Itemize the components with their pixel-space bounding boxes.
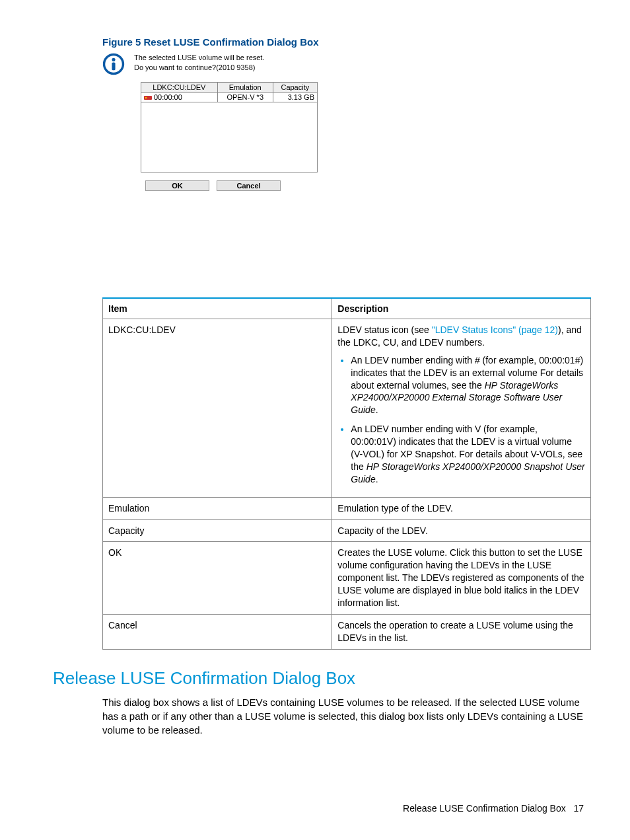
dialog-cell-capacity: 3.13 GB (273, 93, 317, 102)
dialog-table-row[interactable]: 00:00:00 OPEN-V *3 3.13 GB (141, 93, 318, 102)
desc-text: Emulation type of the LDEV. (332, 497, 591, 519)
dialog-col-ldev[interactable]: LDKC:CU:LDEV (141, 83, 218, 93)
info-icon (102, 53, 125, 75)
dialog-col-capacity[interactable]: Capacity (273, 83, 317, 93)
desc-item: Emulation (103, 497, 332, 519)
svg-point-1 (112, 58, 115, 61)
section-body: This dialog box shows a list of LDEVs co… (102, 695, 584, 737)
page-footer: Release LUSE Confirmation Dialog Box 17 (403, 803, 584, 814)
table-row: Capacity Capacity of the LDEV. (103, 519, 591, 542)
dialog-ldev-table: LDKC:CU:LDEV Emulation Capacity (141, 82, 318, 102)
desc-text: Cancels the operation to create a LUSE v… (332, 614, 591, 649)
list-text: . (376, 474, 378, 484)
table-row: Emulation Emulation type of the LDEV. (103, 497, 591, 519)
dialog-cell-ldev: 00:00:00 (154, 93, 182, 101)
dialog-col-emulation[interactable]: Emulation (217, 83, 273, 93)
table-row: OK Creates the LUSE volume. Click this b… (103, 542, 591, 614)
svg-point-4 (145, 97, 147, 98)
footer-text: Release LUSE Confirmation Dialog Box (403, 803, 566, 814)
description-table: Item Description LDKC:CU:LDEV LDEV statu… (102, 297, 591, 650)
desc-text: Capacity of the LDEV. (332, 519, 591, 542)
list-item: An LDEV number ending with V (for exampl… (351, 423, 585, 485)
dialog-message-line2: Do you want to continue?(2010 9358) (134, 63, 264, 73)
table-row: LDKC:CU:LDEV LDEV status icon (see "LDEV… (103, 319, 591, 498)
desc-head-desc: Description (332, 298, 591, 319)
ldev-status-icon (144, 95, 152, 101)
dialog-listbox-empty[interactable] (141, 102, 318, 172)
desc-item: OK (103, 542, 332, 614)
desc-text: LDEV status icon (see "LDEV Status Icons… (332, 319, 591, 498)
dialog-cell-emulation: OPEN-V *3 (217, 93, 273, 102)
ok-button[interactable]: OK (145, 180, 209, 191)
desc-item: Capacity (103, 519, 332, 542)
figure-caption: Figure 5 Reset LUSE Confirmation Dialog … (102, 36, 584, 48)
list-item: An LDEV number ending with # (for exampl… (351, 354, 585, 416)
section-heading-release-luse: Release LUSE Confirmation Dialog Box (53, 668, 584, 689)
table-row: Cancel Cancels the operation to create a… (103, 614, 591, 649)
dialog-message: The selected LUSE volume will be reset. … (134, 53, 264, 73)
cancel-button[interactable]: Cancel (217, 180, 281, 191)
footer-page-number: 17 (573, 803, 584, 814)
list-text: . (376, 404, 378, 415)
desc-text: Creates the LUSE volume. Click this butt… (332, 542, 591, 614)
dialog-message-line1: The selected LUSE volume will be reset. (134, 53, 264, 63)
desc-item: LDKC:CU:LDEV (103, 319, 332, 498)
list-text-italic: HP StorageWorks XP24000/XP20000 Snapshot… (351, 461, 584, 484)
desc-head-item: Item (103, 298, 332, 319)
reset-luse-dialog: The selected LUSE volume will be reset. … (102, 53, 324, 228)
desc-text-span: LDEV status icon (see (337, 325, 431, 335)
desc-item: Cancel (103, 614, 332, 649)
link-ldev-status-icons[interactable]: "LDEV Status Icons" (page 12) (432, 325, 558, 335)
svg-rect-2 (112, 62, 115, 70)
